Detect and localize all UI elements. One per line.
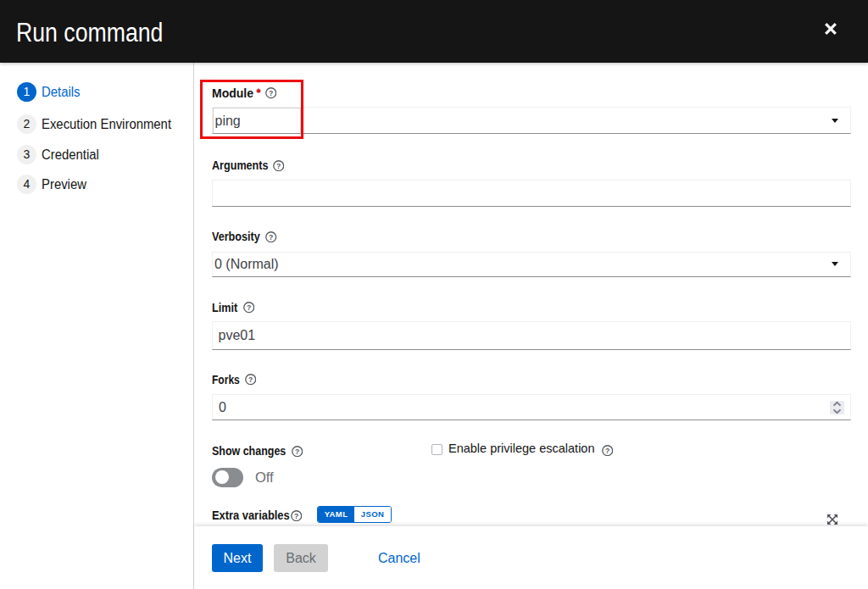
svg-text:?: ? [294,512,298,520]
svg-text:?: ? [248,375,253,384]
svg-text:?: ? [295,447,299,456]
svg-text:?: ? [276,162,281,170]
svg-text:?: ? [605,446,609,454]
svg-text:?: ? [247,303,251,312]
svg-text:?: ? [269,233,273,242]
